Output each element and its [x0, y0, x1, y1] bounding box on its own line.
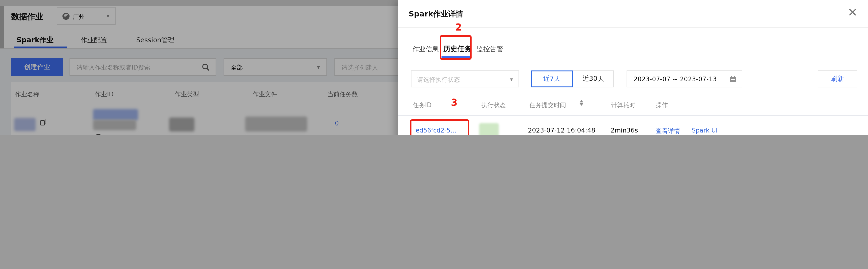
col-exec-status: 执行状态: [482, 101, 506, 110]
sort-icon[interactable]: [580, 100, 583, 106]
refresh-button[interactable]: 刷新: [818, 70, 857, 87]
exec-status-select[interactable]: 请选择执行状态 ▼: [411, 70, 519, 87]
view-detail-link[interactable]: 查看详情: [656, 127, 680, 134]
annotation-box-task-id: [410, 119, 469, 134]
tab-monitor-alarm[interactable]: 监控告警: [477, 45, 503, 54]
col-compute-duration: 计算耗时: [611, 101, 636, 110]
tab-job-info[interactable]: 作业信息: [412, 45, 439, 54]
task-duration: 2min36s: [611, 126, 638, 134]
task-header-divider: [398, 115, 868, 116]
annotation-step-2: 2: [455, 22, 462, 33]
date-range-picker[interactable]: 2023-07-07 ~ 2023-07-13: [627, 70, 742, 87]
spark-job-detail-panel: Spark作业详情 × 作业信息 历史任务 监控告警 2 请选择执行状态 ▼ 近…: [398, 0, 868, 134]
col-task-id: 任务ID: [413, 101, 432, 110]
spark-ui-link[interactable]: Spark UI: [692, 127, 718, 134]
refresh-label: 刷新: [831, 75, 844, 83]
annotation-step-3: 3: [451, 97, 458, 108]
col-submit-time: 任务提交时间: [529, 101, 566, 110]
chevron-down-icon: ▼: [510, 78, 513, 82]
range-last7-button[interactable]: 近7天: [531, 70, 573, 87]
date-range-value: 2023-07-07 ~ 2023-07-13: [633, 76, 717, 83]
app-root: 数据作业 广州 ▼ Spark作业 作业配置 Session管理 创建作业 请输…: [0, 0, 868, 134]
range-last7-label: 近7天: [543, 75, 561, 83]
panel-title: Spark作业详情: [409, 9, 463, 19]
calendar-icon[interactable]: [729, 75, 737, 85]
status-badge-success: [479, 123, 499, 134]
close-icon[interactable]: ×: [847, 5, 858, 19]
range-last30-button[interactable]: 近30天: [572, 70, 614, 87]
task-submit-time: 2023-07-12 16:04:48: [528, 126, 595, 134]
col-actions: 操作: [656, 101, 668, 110]
annotation-box-history-tab: [440, 35, 472, 60]
range-last30-label: 近30天: [582, 75, 604, 83]
panel-header-divider: [398, 27, 868, 28]
exec-status-placeholder: 请选择执行状态: [417, 76, 460, 84]
